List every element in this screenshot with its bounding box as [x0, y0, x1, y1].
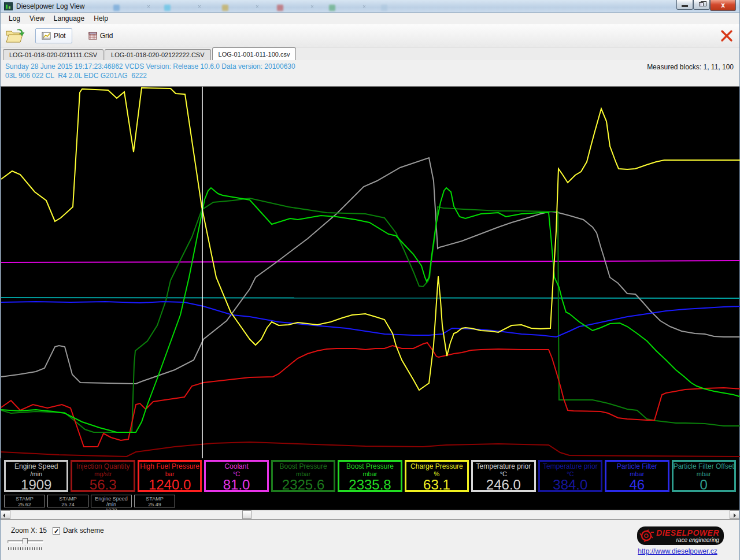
measurement-panel[interactable]: Particle Filter Offset mbar 0	[672, 460, 736, 492]
panel-name: Boost Pressure	[273, 462, 334, 470]
plot-region: Engine Speed /min 1909 Injection Quantit…	[1, 87, 739, 510]
menu-bar: LogViewLanguageHelp	[1, 13, 739, 24]
log-info-bar: Sunday 28 June 2015 19:17:23:46862 VCDS …	[1, 60, 739, 87]
measurement-panel[interactable]: Boost Pressure mbar 2335.8	[338, 460, 402, 492]
panel-value: 2325.6	[273, 477, 334, 492]
stamp-value: 25.62	[5, 502, 45, 507]
series-charge-pressure	[1, 88, 740, 390]
panel-name: Injection Quantity	[72, 462, 133, 470]
background-tab-icon	[277, 5, 283, 11]
dieselpower-link[interactable]: http://www.dieselpower.cz	[634, 547, 721, 555]
plot-button[interactable]: Plot	[35, 28, 72, 43]
background-tab-icon	[164, 5, 171, 11]
zoom-x-slider[interactable]	[8, 538, 43, 546]
minimize-button[interactable]	[676, 0, 693, 10]
stamp-row: STAMP 25.62 STAMP 25.74 Engine Speed /mi…	[1, 494, 739, 510]
series-particle-filter	[1, 302, 740, 337]
panel-value: 81.0	[206, 477, 267, 492]
window-title: Dieselpower Log View	[16, 2, 85, 10]
panel-name: Engine Speed	[6, 462, 66, 470]
panel-value: 246.0	[473, 477, 534, 492]
close-log-icon[interactable]	[720, 29, 734, 42]
log-header-line2: 03L 906 022 CL R4 2.0L EDC G201AG 6222	[5, 71, 735, 80]
close-button[interactable]: x	[710, 0, 736, 11]
grid-button-label: Grid	[100, 32, 113, 40]
measurement-panel[interactable]: Particle Filter mbar 46	[605, 460, 669, 492]
scroll-right-button[interactable]	[730, 510, 739, 519]
scroll-right-icon	[734, 513, 736, 518]
background-tab-icon	[113, 5, 120, 11]
measurement-panel[interactable]: Injection Quantity mg/str 56.3	[71, 460, 135, 492]
panel-value: 384.0	[540, 477, 601, 492]
panel-value: 1240.0	[139, 477, 200, 492]
close-icon: x	[711, 0, 735, 10]
panel-name: Temperature prior	[473, 462, 534, 470]
panel-name: Coolant	[206, 462, 267, 470]
menu-item[interactable]: Help	[89, 13, 113, 24]
app-icon	[4, 2, 13, 10]
measurement-panel[interactable]: Temperature prior °C 246.0	[471, 460, 535, 492]
panel-name: High Fuel Pressure	[139, 462, 200, 470]
file-tab[interactable]: LOG-01-018-020-02122222.CSV	[105, 49, 210, 60]
open-file-icon[interactable]	[5, 28, 25, 44]
stamp-value: 25.49	[135, 502, 175, 507]
menu-item[interactable]: View	[25, 13, 49, 24]
measurement-panel[interactable]: Engine Speed /min 1909	[4, 460, 68, 492]
app-window: Dieselpower Log View ××××× x LogViewLang…	[0, 0, 740, 560]
measurement-panel[interactable]: Coolant °C 81.0	[204, 460, 268, 492]
background-tab-close-icon: ×	[256, 3, 259, 10]
slider-thumb[interactable]	[23, 538, 28, 546]
measured-blocks: Measured blocks: 1, 11, 100	[647, 63, 734, 71]
series-coolant	[1, 261, 740, 262]
footer-panel: Zoom X: 15 ✓ Dark scheme DIESELPOWER rac…	[1, 520, 739, 560]
measurement-panel[interactable]: Charge Pressure % 63.1	[405, 460, 469, 492]
grid-button[interactable]: Grid	[83, 29, 119, 43]
file-tab[interactable]: LOG-01-001-011-100.csv	[212, 47, 297, 60]
plot-button-label: Plot	[54, 32, 66, 40]
slider-ticks	[8, 547, 43, 550]
background-tab-close-icon: ×	[362, 3, 366, 10]
log-plot-svg[interactable]	[1, 87, 740, 458]
series-boost-pressure-actual-	[1, 188, 740, 432]
stamp-box: STAMP 25.74	[47, 495, 88, 507]
menu-item[interactable]: Log	[4, 13, 25, 24]
log-header-line1: Sunday 28 June 2015 19:17:23:46862 VCDS …	[5, 62, 735, 71]
dark-scheme-checkbox[interactable]: ✓	[53, 527, 60, 535]
scroll-left-icon	[3, 513, 5, 518]
background-tab-close-icon: ×	[198, 3, 201, 10]
restore-icon	[699, 2, 704, 6]
dark-scheme-label: Dark scheme	[63, 526, 104, 535]
background-browser-tabs: ×××××	[102, 1, 657, 12]
measurement-panel[interactable]: High Fuel Pressure bar 1240.0	[138, 460, 202, 492]
panel-value: 56.3	[72, 477, 133, 492]
stamp-label: STAMP	[5, 496, 45, 502]
panel-name: Temperature prior	[540, 462, 601, 470]
background-tab-icon	[222, 5, 228, 11]
panel-name: Particle Filter	[606, 462, 667, 470]
turbo-icon	[639, 528, 654, 543]
scrollbar-thumb[interactable]	[242, 510, 251, 519]
series-particle-filter-offset	[1, 298, 740, 298]
logo-title: DIESELPOWER	[654, 529, 719, 537]
series-temperature-prior	[1, 158, 740, 384]
restore-button[interactable]	[693, 0, 710, 10]
file-tab[interactable]: LOG-01-018-020-0211111.CSV	[3, 49, 103, 60]
scroll-left-button[interactable]	[1, 510, 10, 519]
background-tab-icon	[381, 5, 387, 11]
background-tab-close-icon: ×	[147, 3, 150, 10]
stamp-box: Engine Speed /min 1978	[91, 495, 132, 507]
panel-value: 63.1	[406, 477, 467, 492]
stamp-label: STAMP	[48, 496, 88, 502]
panel-name: Charge Pressure	[406, 462, 467, 470]
minimize-icon	[682, 5, 688, 7]
dieselpower-logo: DIESELPOWER race engineering	[637, 526, 724, 545]
menu-item[interactable]: Language	[49, 13, 89, 24]
measurement-panel[interactable]: Boost Pressure mbar 2325.6	[271, 460, 335, 492]
background-tab-icon	[329, 5, 335, 11]
log-plot-area[interactable]	[1, 87, 740, 458]
horizontal-scrollbar[interactable]	[1, 510, 739, 520]
stamp-value: 25.74	[48, 502, 88, 507]
panel-value: 2335.8	[339, 477, 400, 492]
measurement-panel[interactable]: Temperature prior °C 384.0	[538, 460, 602, 492]
window-controls: x	[676, 0, 736, 11]
